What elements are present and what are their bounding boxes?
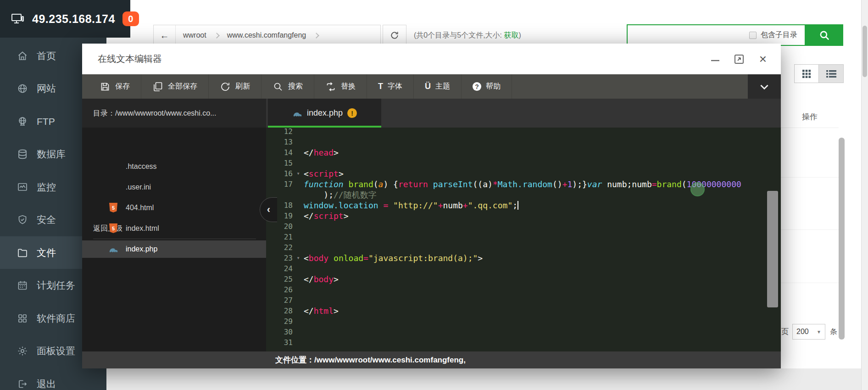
code-line-23: 23▾<body onload="javascript:brand(a);"> [266,253,781,263]
message-count-badge[interactable]: 0 [122,11,139,26]
php-icon [292,109,302,117]
toolbar-button-save-all[interactable]: 全部保存 [141,74,209,99]
breadcrumb: ← wwroot www.ceshi.comfangfeng [153,25,381,46]
code-line-12: 12 [266,128,781,137]
toolbar-button-label: 替换 [341,82,356,91]
maximize-icon[interactable] [733,53,745,65]
file-name: index.php [126,245,157,253]
browser-scrollbar[interactable] [861,0,868,390]
font-icon: T [378,82,383,91]
code-editor[interactable]: 121314</head>1516▾<script>17function bra… [266,128,781,351]
sidebar-item-label: 首页 [37,50,56,62]
search-button[interactable] [806,24,843,46]
breadcrumb-item-wwroot[interactable]: wwroot [176,31,214,39]
fold-marker-icon[interactable]: ▾ [293,253,304,263]
table-divider [781,128,839,128]
warning-icon: ! [347,108,357,118]
table-row-divider [781,177,839,178]
code-line-19: 19</script> [266,211,781,221]
file-name: 404.html [126,204,154,212]
tab-index-php[interactable]: index.php ! [268,99,381,128]
line-number: 15 [266,158,293,168]
file-location: 文件位置：/www/wwwroot/www.ceshi.comfangfeng, [275,356,466,364]
code-line-24: 24 [266,263,781,274]
file-item-.htaccess[interactable]: .htaccess [82,158,266,175]
line-number: 14 [266,147,293,158]
globe-icon [17,83,28,95]
sidebar-item-label: FTP [37,116,55,127]
sidebar-item-logout[interactable]: 退出 [0,368,106,390]
sidebar-item-label: 计划任务 [37,279,75,292]
include-subdir-checkbox[interactable] [749,32,757,39]
pagination-unit: 条 [830,324,837,340]
browser-scrollbar-thumb[interactable] [862,26,867,77]
page-size-select[interactable]: 200▼ [792,324,825,340]
calendar-icon [17,279,28,291]
search-icon [273,81,284,92]
toolbar-button-help[interactable]: ?帮助 [462,74,512,99]
minimize-icon[interactable] [709,53,721,65]
line-number: 30 [266,327,293,337]
ftp-icon [17,116,28,128]
modal-titlebar: 在线文本编辑器 [82,44,781,74]
table-row-divider [781,229,839,230]
grid-view-button[interactable] [794,64,819,83]
sidebar-item-label: 软件商店 [37,312,75,325]
toolbar-button-refresh[interactable]: 刷新 [209,74,262,99]
code-line-31: 31 [266,337,781,348]
toolbar-button-theme[interactable]: Ü主题 [414,74,462,99]
fetch-size-link[interactable]: 获取 [504,31,518,39]
code-line-26: 26 [266,284,781,295]
fold-marker-icon[interactable]: ▾ [293,168,304,179]
theme-icon: Ü [425,82,431,91]
chevron-right-icon [214,33,220,39]
search-input[interactable]: 包含子目录 [627,24,806,46]
file-name: .htaccess [126,162,157,171]
server-ip-block[interactable]: 49.235.168.174 0 [0,0,130,38]
computer-icon [11,13,25,25]
refresh-icon [220,81,231,92]
text-editor-modal: 在线文本编辑器 × 保存全部保存刷新搜索替换T字体Ü主题?帮助 目录：/www/… [82,44,781,368]
toolbar-button-search[interactable]: 搜索 [262,74,314,99]
code-line-20: 20 [266,221,781,232]
list-view-button[interactable] [819,64,844,83]
code-line-13: 13 [266,137,781,147]
refresh-button[interactable] [383,25,406,46]
line-number: 31 [266,337,293,348]
chevron-down-icon: ▼ [817,329,821,334]
server-ip: 49.235.168.174 [32,12,115,26]
line-number: 28 [266,306,293,316]
file-item-404.html[interactable]: 5404.html [82,199,266,217]
toolbar-button-save[interactable]: 保存 [89,74,141,99]
pagination-label: 页 [781,324,789,340]
window-controls: × [709,44,769,74]
line-number: 23 [266,253,293,263]
close-icon[interactable]: × [757,53,769,65]
logout-icon [17,378,28,390]
breadcrumb-item-site[interactable]: www.ceshi.comfangfeng [220,31,314,39]
line-number: 16 [266,168,293,179]
file-item-.user.ini[interactable]: .user.ini [82,178,266,196]
table-scrollbar[interactable] [839,138,845,340]
database-icon [17,148,28,160]
toolbar-button-label: 刷新 [235,82,250,91]
file-name: .user.ini [126,183,151,191]
editor-toolbar: 保存全部保存刷新搜索替换T字体Ü主题?帮助 [82,74,781,99]
current-directory-label: 目录：/www/wwwroot/www.ceshi.co... [82,99,266,128]
sidebar-item-label: 面板设置 [37,345,75,357]
home-icon [17,50,28,62]
toolbar-button-label: 保存 [115,82,130,91]
sidebar-item-label: 退出 [37,378,56,390]
text-cursor [517,201,518,210]
include-subdir-label: 包含子目录 [761,30,797,40]
editor-statusbar: 文件位置：/www/wwwroot/www.ceshi.comfangfeng, [82,351,781,368]
file-item-index.php[interactable]: index.php [82,240,266,258]
code-line-25: 25</body> [266,274,781,284]
save-icon [100,81,111,92]
replace-icon [325,81,336,92]
file-item-index.html[interactable]: 5index.html [82,220,266,237]
toolbar-button-font[interactable]: T字体 [367,74,414,99]
toolbar-button-replace[interactable]: 替换 [314,74,367,99]
toolbar-collapse-button[interactable] [748,74,781,99]
back-button[interactable]: ← [154,25,176,45]
